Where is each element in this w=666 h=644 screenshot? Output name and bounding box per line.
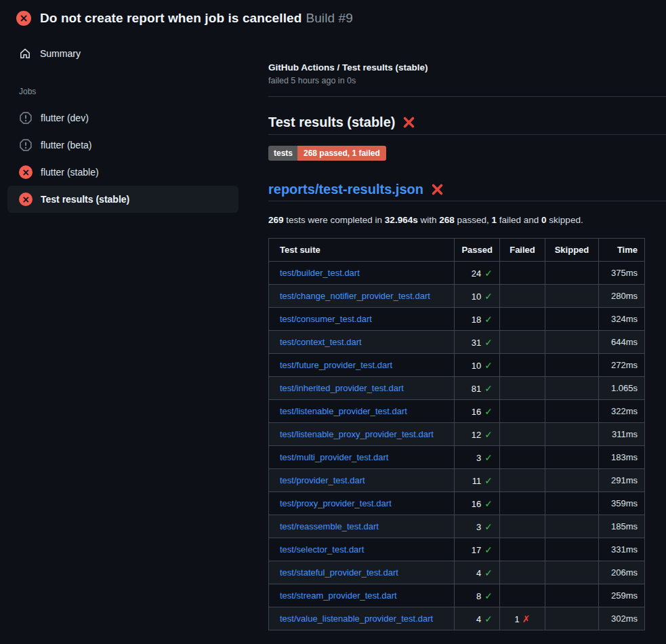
- passed-count: 11: [472, 476, 482, 486]
- passed-cell: 16✓: [455, 400, 500, 423]
- test-suite-link[interactable]: test/multi_provider_test.dart: [280, 452, 388, 462]
- check-icon: ✓: [484, 544, 493, 555]
- table-row: test/proxy_provider_test.dart16✓359ms: [269, 492, 645, 515]
- skipped-cell: [545, 561, 599, 584]
- section-title: Test results (stable): [268, 115, 666, 135]
- test-suite-link[interactable]: test/selector_test.dart: [280, 544, 364, 555]
- test-suite-link[interactable]: test/stateful_provider_test.dart: [280, 567, 398, 578]
- check-icon: ✓: [484, 337, 493, 348]
- column-header-test-suite: Test suite: [269, 239, 455, 262]
- suite-cell: test/inherited_provider_test.dart: [269, 377, 455, 400]
- passed-count: 16: [472, 499, 481, 509]
- passed-cell: 3✓: [455, 515, 500, 538]
- cancelled-icon: [19, 138, 33, 152]
- check-icon: ✓: [484, 590, 493, 601]
- passed-cell: 3✓: [455, 446, 500, 469]
- failed-cell: [500, 400, 545, 423]
- skipped-cell: [545, 285, 599, 308]
- table-row: test/value_listenable_provider_test.dart…: [269, 607, 645, 630]
- check-icon: ✓: [484, 360, 493, 371]
- test-suite-link[interactable]: test/change_notifier_provider_test.dart: [280, 291, 430, 301]
- suite-cell: test/provider_test.dart: [269, 469, 455, 492]
- sidebar-item-flutter-beta[interactable]: flutter (beta): [7, 132, 238, 159]
- sidebar-item-label: Test results (stable): [41, 194, 129, 205]
- test-suite-link[interactable]: test/stream_provider_test.dart: [280, 590, 397, 601]
- check-title: Do not create report when job is cancell…: [40, 11, 301, 25]
- skipped-cell: [545, 400, 599, 423]
- skipped-cell: [545, 446, 599, 469]
- skipped-cell: [545, 607, 599, 630]
- time-cell: 1.065s: [599, 377, 645, 400]
- passed-cell: 12✓: [455, 423, 500, 446]
- column-header-time: Time: [599, 239, 645, 262]
- skipped-cell: [545, 584, 599, 607]
- table-row: test/consumer_test.dart18✓324ms: [269, 308, 645, 331]
- failed-icon: ×: [19, 193, 33, 206]
- suite-cell: test/stateful_provider_test.dart: [269, 561, 455, 584]
- test-suite-link[interactable]: test/provider_test.dart: [280, 475, 365, 485]
- passed-count: 10: [472, 291, 481, 302]
- time-cell: 331ms: [599, 538, 645, 561]
- column-header-skipped: Skipped: [545, 239, 599, 262]
- skipped-cell: [545, 423, 599, 446]
- test-suite-link[interactable]: test/listenable_provider_test.dart: [280, 406, 407, 416]
- test-suite-link[interactable]: test/value_listenable_provider_test.dart: [280, 613, 433, 624]
- time-cell: 206ms: [599, 561, 645, 584]
- test-suite-link[interactable]: test/reassemble_test.dart: [280, 521, 379, 531]
- summary-number: 1: [492, 215, 497, 225]
- test-suite-link[interactable]: test/consumer_test.dart: [280, 314, 372, 324]
- test-suite-link[interactable]: test/future_provider_test.dart: [280, 360, 392, 370]
- suite-cell: test/listenable_provider_test.dart: [269, 400, 455, 423]
- sidebar-item-test-results-stable[interactable]: ×Test results (stable): [7, 186, 238, 213]
- summary-number: 269: [268, 215, 284, 225]
- time-cell: 291ms: [599, 469, 645, 492]
- summary-text: with: [418, 215, 440, 225]
- sidebar-item-label: flutter (dev): [41, 113, 89, 123]
- summary-text: failed and: [497, 215, 541, 225]
- passed-count: 31: [472, 338, 481, 348]
- failed-cell: [500, 561, 545, 584]
- check-icon: ✓: [484, 498, 493, 509]
- summary-line: 269 tests were completed in 32.964s with…: [268, 215, 666, 225]
- summary-number: 32.964s: [385, 215, 418, 225]
- suite-cell: test/consumer_test.dart: [269, 308, 455, 331]
- test-suite-link[interactable]: test/inherited_provider_test.dart: [280, 383, 404, 393]
- test-suite-link[interactable]: test/builder_test.dart: [280, 268, 360, 278]
- skipped-cell: [545, 308, 599, 331]
- sidebar-item-summary[interactable]: Summary: [0, 41, 247, 66]
- suite-cell: test/multi_provider_test.dart: [269, 446, 455, 469]
- passed-cell: 16✓: [455, 492, 500, 515]
- passed-cell: 81✓: [455, 377, 500, 400]
- failed-cell: [500, 262, 545, 285]
- sidebar-item-flutter-dev[interactable]: flutter (dev): [7, 104, 238, 132]
- check-icon: ✓: [484, 291, 493, 302]
- table-row: test/stream_provider_test.dart8✓259ms: [269, 584, 645, 607]
- suite-cell: test/builder_test.dart: [269, 262, 455, 285]
- table-row: test/multi_provider_test.dart3✓183ms: [269, 446, 645, 469]
- table-row: test/future_provider_test.dart10✓272ms: [269, 354, 645, 377]
- time-cell: 644ms: [599, 331, 645, 354]
- failed-cell: [500, 515, 545, 538]
- table-row: test/stateful_provider_test.dart4✓206ms: [269, 561, 645, 584]
- passed-count: 18: [472, 315, 481, 325]
- passed-cell: 4✓: [455, 607, 500, 630]
- passed-count: 10: [472, 361, 481, 371]
- table-row: test/provider_test.dart11✓291ms: [269, 469, 645, 492]
- sidebar-item-flutter-stable[interactable]: ×flutter (stable): [7, 159, 238, 186]
- passed-cell: 18✓: [455, 308, 500, 331]
- test-suite-link[interactable]: test/context_test.dart: [280, 337, 362, 347]
- check-icon: ✓: [484, 475, 493, 486]
- failed-cell: [500, 538, 545, 561]
- check-icon: ✓: [484, 429, 493, 440]
- time-cell: 280ms: [599, 285, 645, 308]
- passed-count: 24: [472, 268, 481, 279]
- test-suite-link[interactable]: test/listenable_proxy_provider_test.dart: [280, 429, 434, 439]
- test-suite-link[interactable]: test/proxy_provider_test.dart: [280, 498, 392, 508]
- skipped-cell: [545, 538, 599, 561]
- check-icon: ✓: [484, 567, 493, 578]
- report-title-link[interactable]: reports/test-results.json: [268, 182, 423, 197]
- failed-status-icon: ×: [16, 11, 31, 26]
- sidebar-item-label: flutter (stable): [41, 167, 99, 178]
- time-cell: 272ms: [599, 354, 645, 377]
- passed-count: 16: [472, 407, 481, 417]
